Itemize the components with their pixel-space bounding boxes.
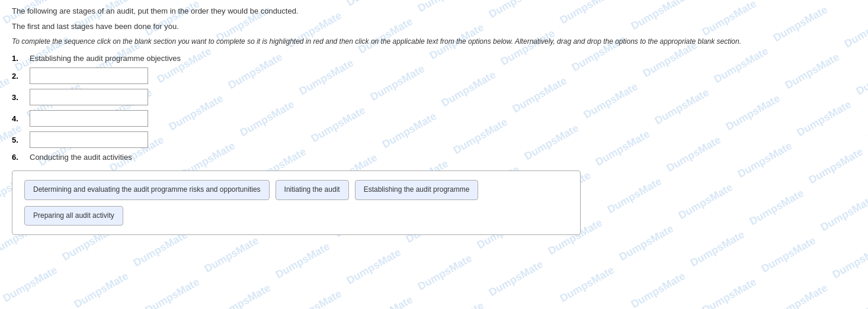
option-btn-4[interactable]: Preparing all audit activity [24, 206, 123, 226]
item-number-5: 5. [12, 136, 24, 144]
item-number-6: 6. [12, 153, 24, 162]
list-item-4: 4. [12, 110, 856, 127]
list-item-2: 2. [12, 67, 856, 84]
instruction-line3: To complete the sequence click on the bl… [12, 37, 856, 47]
option-btn-1[interactable]: Determining and evaluating the audit pro… [24, 180, 270, 200]
list-item-6: 6. Conducting the audit activities [12, 153, 856, 162]
item-number-4: 4. [12, 114, 24, 123]
list-item-3: 3. [12, 89, 856, 105]
blank-box-4[interactable] [30, 110, 148, 127]
item-label-1: Establishing the audit programme objecti… [30, 54, 181, 63]
main-content: The following are stages of an audit, pu… [0, 0, 868, 241]
item-number-2: 2. [12, 72, 24, 81]
options-container: Determining and evaluating the audit pro… [12, 170, 581, 235]
item-label-6: Conducting the audit activities [30, 153, 132, 162]
instruction-line1: The following are stages of an audit, pu… [12, 6, 856, 17]
option-btn-2[interactable]: Initiating the audit [276, 180, 349, 200]
option-btn-3[interactable]: Establishing the audit programme [355, 180, 479, 200]
list-item-1: 1. Establishing the audit programme obje… [12, 54, 856, 63]
item-number-1: 1. [12, 54, 24, 63]
blank-box-5[interactable] [30, 131, 148, 148]
instruction-line2: The first and last stages have been done… [12, 21, 856, 32]
list-item-5: 5. [12, 131, 856, 148]
blank-box-3[interactable] [30, 89, 148, 105]
sequence-list: 1. Establishing the audit programme obje… [12, 54, 856, 162]
item-number-3: 3. [12, 93, 24, 102]
blank-box-2[interactable] [30, 67, 148, 84]
